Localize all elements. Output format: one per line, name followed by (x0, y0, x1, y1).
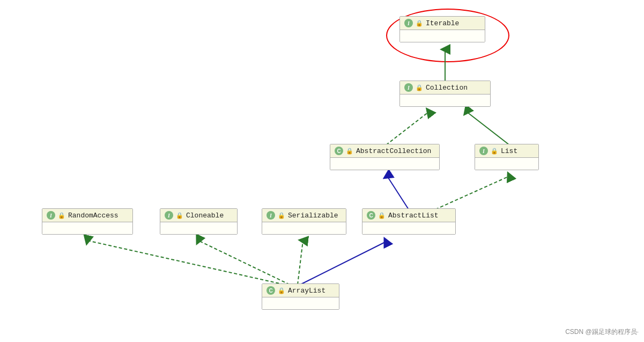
diagram-container: I 🔒 Iterable I 🔒 Collection C 🔒 Abstract… (0, 0, 644, 342)
cloneable-lock-icon: 🔒 (176, 212, 183, 219)
cloneable-box: I 🔒 Cloneable (160, 208, 238, 235)
svg-line-10 (298, 241, 303, 285)
abstract-list-box: C 🔒 AbstractList (362, 208, 456, 235)
serializable-box: I 🔒 Serializable (262, 208, 346, 235)
array-list-header: C 🔒 ArrayList (262, 284, 339, 297)
svg-line-8 (87, 241, 284, 285)
svg-line-9 (198, 241, 290, 285)
iterable-type-icon: I (404, 19, 413, 27)
abstract-collection-type-icon: C (335, 147, 343, 155)
serializable-type-icon: I (267, 211, 275, 220)
watermark: CSDN @踢足球的程序员· (565, 328, 639, 337)
list-header: I 🔒 List (475, 144, 538, 158)
collection-box: I 🔒 Collection (399, 81, 491, 107)
random-access-type-icon: I (47, 211, 55, 220)
abstract-list-lock-icon: 🔒 (378, 212, 386, 219)
collection-body (400, 94, 490, 106)
iterable-label: Iterable (426, 19, 459, 27)
random-access-label: RandomAccess (68, 212, 119, 220)
array-list-body (262, 297, 339, 309)
serializable-label: Serializable (288, 212, 338, 220)
random-access-body (42, 222, 132, 234)
iterable-lock-icon: 🔒 (416, 20, 423, 27)
abstract-list-body (362, 222, 455, 234)
random-access-header: I 🔒 RandomAccess (42, 209, 132, 222)
cloneable-label: Cloneable (186, 212, 224, 220)
iterable-body (400, 30, 485, 42)
serializable-header: I 🔒 Serializable (262, 209, 346, 222)
cloneable-header: I 🔒 Cloneable (160, 209, 237, 222)
array-list-label: ArrayList (288, 287, 325, 295)
array-list-type-icon: C (267, 286, 275, 295)
abstract-list-header: C 🔒 AbstractList (362, 209, 455, 222)
random-access-box: I 🔒 RandomAccess (42, 208, 133, 235)
list-label: List (501, 147, 517, 155)
iterable-box: I 🔒 Iterable (399, 16, 485, 42)
collection-label: Collection (426, 84, 468, 92)
abstract-collection-label: AbstractCollection (356, 147, 431, 155)
list-type-icon: I (479, 147, 488, 155)
svg-line-11 (300, 242, 386, 285)
abstract-collection-body (330, 158, 439, 170)
collection-type-icon: I (404, 83, 413, 92)
abstract-collection-box: C 🔒 AbstractCollection (330, 144, 440, 170)
abstract-collection-lock-icon: 🔒 (346, 148, 353, 155)
collection-lock-icon: 🔒 (416, 84, 423, 91)
svg-line-7 (435, 176, 509, 209)
cloneable-type-icon: I (165, 211, 173, 220)
list-box: I 🔒 List (475, 144, 539, 170)
array-list-box: C 🔒 ArrayList (262, 283, 339, 310)
list-body (475, 158, 538, 170)
svg-line-5 (467, 112, 509, 145)
iterable-header: I 🔒 Iterable (400, 17, 485, 30)
array-list-lock-icon: 🔒 (278, 287, 285, 294)
abstract-list-label: AbstractList (388, 212, 439, 220)
cloneable-body (160, 222, 237, 234)
abstract-collection-header: C 🔒 AbstractCollection (330, 144, 439, 158)
svg-line-6 (387, 176, 409, 209)
serializable-lock-icon: 🔒 (278, 212, 285, 219)
serializable-body (262, 222, 346, 234)
list-lock-icon: 🔒 (491, 148, 498, 155)
random-access-lock-icon: 🔒 (58, 212, 65, 219)
abstract-list-type-icon: C (367, 211, 375, 220)
svg-line-4 (386, 112, 429, 145)
collection-header: I 🔒 Collection (400, 81, 490, 94)
